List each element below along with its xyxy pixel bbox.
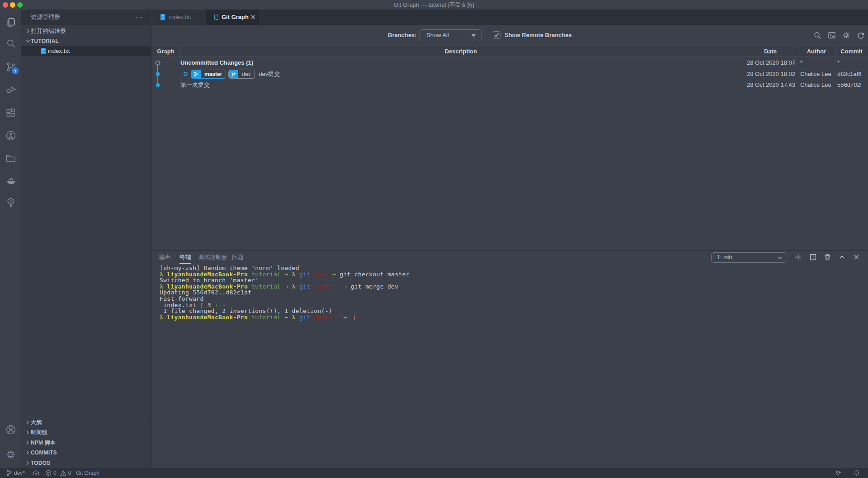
sidebar-item-run-debug[interactable] bbox=[5, 84, 17, 95]
terminal-cursor bbox=[352, 315, 355, 320]
chevron-right-icon bbox=[24, 450, 31, 456]
commit-hash: * bbox=[837, 57, 840, 69]
commit-author: * bbox=[800, 57, 802, 69]
commit-date: 28 Oct 2020 18:02 bbox=[747, 69, 795, 80]
sidebar-item-remote-explorer[interactable] bbox=[5, 152, 17, 164]
tab-git-graph[interactable]: Git Graph bbox=[206, 9, 259, 25]
terminal-line: λ liyanhuandeMacBook-Pro tutorial → λ gi… bbox=[160, 314, 702, 321]
branch-badge-master[interactable]: master bbox=[191, 70, 226, 79]
search-icon bbox=[813, 31, 821, 39]
column-header-graph: Graph bbox=[152, 46, 179, 57]
terminal-line: Fast-forward bbox=[160, 296, 702, 302]
commit-description: masterdev dev提交 bbox=[184, 69, 280, 80]
panel-tab-输出[interactable]: 输出 bbox=[159, 251, 171, 264]
sidebar-section-COMMITS[interactable]: COMMITS bbox=[21, 448, 151, 458]
find-button[interactable] bbox=[813, 31, 821, 39]
kill-terminal-button[interactable] bbox=[824, 253, 831, 261]
gear-icon bbox=[5, 449, 17, 460]
close-icon[interactable] bbox=[250, 14, 256, 20]
text-file-icon bbox=[40, 47, 47, 55]
head-indicator bbox=[184, 72, 188, 76]
trash-icon bbox=[824, 253, 831, 261]
feedback-button[interactable] bbox=[835, 468, 842, 478]
tree-item-index-txt[interactable]: index.txt bbox=[21, 46, 151, 56]
column-divider bbox=[743, 46, 743, 57]
chevron-right-icon bbox=[24, 440, 31, 446]
sidebar-item-search[interactable] bbox=[5, 38, 17, 49]
commit-table-header: GraphDescriptionDateAuthorCommit bbox=[152, 46, 868, 57]
chevron-right-icon bbox=[24, 460, 31, 466]
refresh-icon bbox=[857, 31, 865, 39]
sidebar-section-TODOS[interactable]: TODOS bbox=[21, 458, 151, 468]
branch-indicator[interactable]: dev* bbox=[6, 468, 25, 478]
titlebar: Git Graph — tutorial [不受支持] bbox=[0, 0, 868, 9]
account-icon bbox=[5, 424, 17, 435]
branches-label: Branches: bbox=[388, 25, 417, 46]
panel-tab-调试控制台[interactable]: 调试控制台 bbox=[198, 251, 227, 264]
git-history-icon bbox=[5, 130, 17, 142]
tree-item-open-editors[interactable]: 打开的编辑器 bbox=[21, 26, 151, 36]
sidebar-item-extensions[interactable] bbox=[5, 107, 17, 119]
open-terminal-button[interactable] bbox=[828, 31, 836, 39]
sidebar-section-大纲[interactable]: 大纲 bbox=[21, 417, 151, 427]
commit-date: 28 Oct 2020 18:07 bbox=[747, 57, 795, 69]
tab-index-txt[interactable]: index.txt bbox=[152, 9, 206, 25]
git-graph-icon bbox=[212, 14, 220, 21]
sidebar-item-explorer[interactable] bbox=[5, 16, 17, 28]
settings-button-view[interactable] bbox=[842, 31, 850, 39]
gear-icon bbox=[842, 31, 850, 39]
settings-button[interactable] bbox=[5, 449, 17, 460]
scm-badge: 1 bbox=[12, 67, 19, 74]
close-panel-button[interactable] bbox=[853, 253, 860, 261]
sidebar-header: 资源管理器 ··· bbox=[21, 9, 151, 25]
branch-badge-dev[interactable]: dev bbox=[228, 70, 255, 79]
todo-tree-icon bbox=[5, 197, 17, 208]
terminal-icon bbox=[828, 31, 836, 39]
commit-row[interactable]: 第一次提交28 Oct 2020 17:43Chalice Lee556d702… bbox=[152, 80, 868, 91]
show-remote-branches-checkbox[interactable] bbox=[493, 31, 500, 39]
search-icon bbox=[5, 38, 17, 49]
extensions-icon bbox=[5, 107, 17, 119]
git-graph-status-item[interactable]: Git Graph bbox=[76, 468, 99, 478]
chevron-right-icon bbox=[24, 429, 31, 435]
account-button[interactable] bbox=[5, 424, 17, 435]
terminal-line: 1 file changed, 2 insertions(+), 1 delet… bbox=[160, 308, 702, 314]
commit-description: 第一次提交 bbox=[180, 80, 210, 91]
panel-tab-问题[interactable]: 问题 bbox=[232, 251, 244, 264]
more-actions-button[interactable]: ··· bbox=[135, 9, 143, 24]
commit-author: Chalice Lee bbox=[800, 69, 831, 80]
column-header-author: Author bbox=[798, 46, 835, 57]
activity-bar: 1 bbox=[0, 9, 21, 468]
notifications-button[interactable] bbox=[854, 468, 860, 478]
refresh-button[interactable] bbox=[857, 31, 865, 39]
sidebar-bottom-sections: 大纲时间线NPM 脚本COMMITSTODOS bbox=[21, 417, 151, 468]
plus-icon bbox=[794, 253, 802, 261]
sidebar-item-git-history[interactable] bbox=[5, 130, 17, 142]
terminal-select[interactable]: 1: zsh bbox=[711, 252, 787, 263]
problems-indicator[interactable]: 0 0 bbox=[45, 468, 71, 478]
sidebar-title: 资源管理器 bbox=[31, 9, 60, 25]
chevron-down-icon bbox=[25, 38, 31, 44]
error-icon bbox=[45, 470, 52, 476]
bell-icon bbox=[854, 470, 860, 476]
folder-icon bbox=[5, 152, 17, 164]
branches-dropdown[interactable]: Show All bbox=[420, 29, 481, 41]
files-icon bbox=[5, 16, 17, 28]
sidebar-section-时间线[interactable]: 时间线 bbox=[21, 427, 151, 437]
commit-row[interactable]: Uncommitted Changes (1)28 Oct 2020 18:07… bbox=[152, 57, 868, 69]
commit-author: Chalice Lee bbox=[800, 80, 831, 91]
commit-row[interactable]: masterdev dev提交28 Oct 2020 18:02Chalice … bbox=[152, 69, 868, 80]
new-terminal-button[interactable] bbox=[794, 253, 802, 261]
tree-item-tutorial-folder[interactable]: TUTORIAL bbox=[21, 36, 151, 46]
maximize-panel-button[interactable] bbox=[838, 253, 846, 261]
split-terminal-button[interactable] bbox=[809, 253, 817, 261]
sidebar-section-NPM 脚本[interactable]: NPM 脚本 bbox=[21, 438, 151, 448]
sidebar-item-todo-tree[interactable] bbox=[5, 197, 17, 208]
window-title: Git Graph — tutorial [不受支持] bbox=[0, 0, 868, 9]
terminal-output[interactable]: [oh-my-zsh] Random theme 'norm' loadedλ … bbox=[160, 265, 702, 320]
cloud-upload-icon bbox=[33, 470, 40, 476]
sidebar-item-source-control[interactable]: 1 bbox=[5, 61, 17, 73]
sidebar-item-docker[interactable] bbox=[5, 175, 17, 186]
sync-button[interactable] bbox=[33, 468, 40, 478]
panel-tab-终端[interactable]: 终端 bbox=[179, 251, 191, 264]
